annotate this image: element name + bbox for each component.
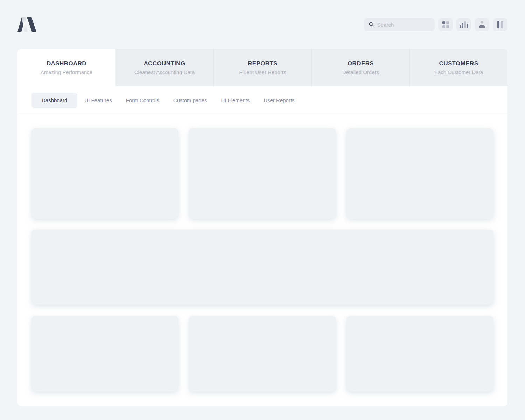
subnav-item-ui-features[interactable]: UI Features bbox=[77, 93, 119, 108]
main-panel: DASHBOARD Amazing Performance ACCOUNTING… bbox=[18, 49, 507, 406]
search-box[interactable] bbox=[364, 18, 435, 31]
subnav-item-ui-elements[interactable]: UI Elements bbox=[214, 93, 257, 108]
tab-title: DASHBOARD bbox=[47, 60, 86, 67]
tab-title: REPORTS bbox=[248, 60, 278, 67]
placeholder-card bbox=[346, 316, 493, 392]
placeholder-card bbox=[189, 128, 336, 219]
bar-chart-icon bbox=[460, 21, 468, 28]
tab-subtitle: Detailed Orders bbox=[342, 69, 379, 75]
sub-navigation: Dashboard UI Features Form Controls Cust… bbox=[18, 86, 507, 113]
apps-grid-button[interactable] bbox=[438, 18, 453, 31]
header-actions bbox=[364, 18, 507, 31]
layout-toggle-button[interactable] bbox=[493, 18, 507, 31]
mega-tabstrip: DASHBOARD Amazing Performance ACCOUNTING… bbox=[18, 49, 507, 86]
logo-right-stroke bbox=[27, 17, 36, 32]
columns-icon bbox=[497, 21, 503, 28]
placeholder-row-top bbox=[31, 128, 493, 219]
placeholder-card bbox=[31, 128, 178, 219]
tab-orders[interactable]: ORDERS Detailed Orders bbox=[312, 49, 410, 86]
tab-subtitle: Each Customer Data bbox=[434, 69, 483, 75]
app-header bbox=[0, 0, 525, 49]
user-icon bbox=[478, 21, 485, 28]
subnav-item-user-reports[interactable]: User Reports bbox=[257, 93, 301, 108]
tab-subtitle: Cleanest Accounting Data bbox=[134, 69, 195, 75]
tab-title: CUSTOMERS bbox=[439, 60, 478, 67]
content-area bbox=[18, 113, 507, 406]
analytics-button[interactable] bbox=[456, 18, 471, 31]
tab-subtitle: Amazing Performance bbox=[41, 69, 92, 75]
tab-dashboard[interactable]: DASHBOARD Amazing Performance bbox=[18, 49, 115, 86]
placeholder-row-wide bbox=[31, 230, 493, 305]
placeholder-row-bottom bbox=[31, 316, 493, 392]
placeholder-card bbox=[346, 128, 493, 219]
tab-customers[interactable]: CUSTOMERS Each Customer Data bbox=[410, 49, 507, 86]
tab-title: ACCOUNTING bbox=[144, 60, 185, 67]
search-input[interactable] bbox=[377, 22, 430, 28]
tab-subtitle: Fluent User Reports bbox=[239, 69, 286, 75]
grid-icon bbox=[442, 21, 449, 28]
placeholder-card bbox=[31, 316, 178, 392]
placeholder-card bbox=[189, 316, 336, 392]
placeholder-card-wide bbox=[31, 230, 493, 305]
tab-title: ORDERS bbox=[348, 60, 374, 67]
tab-accounting[interactable]: ACCOUNTING Cleanest Accounting Data bbox=[115, 49, 214, 86]
search-icon bbox=[369, 22, 374, 27]
subnav-item-dashboard[interactable]: Dashboard bbox=[31, 93, 77, 108]
profile-button[interactable] bbox=[475, 18, 489, 31]
subnav-item-form-controls[interactable]: Form Controls bbox=[119, 93, 166, 108]
subnav-item-custom-pages[interactable]: Custom pages bbox=[166, 93, 214, 108]
brand-logo[interactable] bbox=[18, 17, 37, 32]
tab-reports[interactable]: REPORTS Fluent User Reports bbox=[214, 49, 312, 86]
